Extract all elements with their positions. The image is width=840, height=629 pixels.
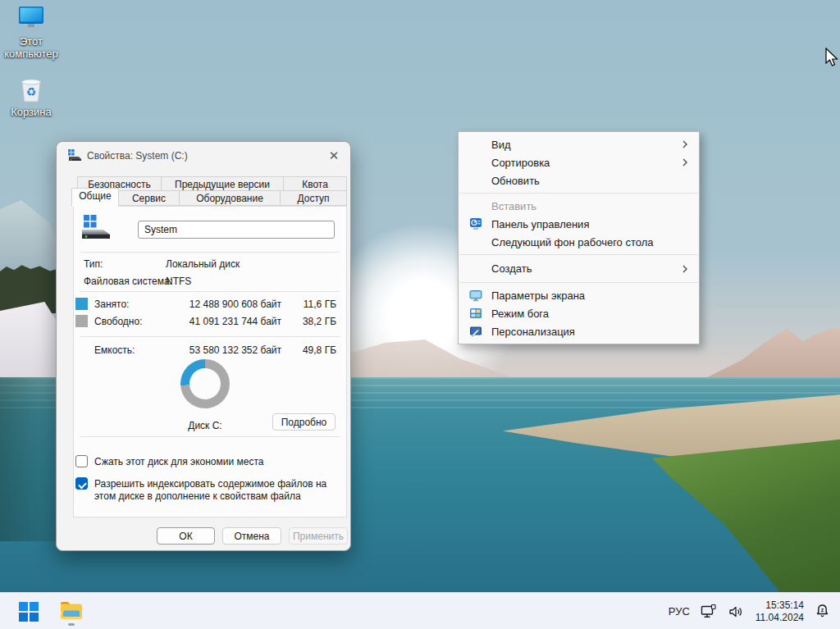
general-tab-page: Тип: Локальный диск Файловая система: NT… — [73, 206, 347, 517]
menu-item-label: Панель управления — [491, 218, 589, 230]
type-label: Тип: — [84, 258, 103, 270]
tab-tools[interactable]: Сервис — [118, 190, 180, 206]
menu-item-next-wallpaper[interactable]: Следующий фон рабочего стола — [459, 233, 699, 251]
god-mode-icon — [469, 307, 482, 320]
clock-time: 15:35:14 — [756, 599, 804, 612]
menu-item-god-mode[interactable]: Режим бога — [459, 304, 699, 322]
volume-icon[interactable] — [728, 604, 745, 619]
menu-item-label: Сортировка — [491, 157, 550, 169]
menu-item-paste[interactable]: Вставить — [459, 197, 699, 215]
details-button[interactable]: Подробно — [272, 413, 336, 431]
menu-item-sort[interactable]: Сортировка — [459, 153, 699, 171]
capacity-label: Емкость: — [94, 344, 135, 356]
capacity-size: 49,8 ГБ — [285, 344, 336, 356]
used-legend-swatch — [75, 298, 88, 310]
close-icon[interactable]: ✕ — [325, 148, 343, 164]
desktop-icon-label: Корзина — [11, 106, 52, 118]
taskbar-clock[interactable]: 15:35:14 11.04.2024 — [756, 599, 804, 624]
start-button[interactable] — [13, 596, 44, 627]
compress-checkbox[interactable] — [75, 455, 88, 467]
used-label: Занято: — [94, 299, 129, 310]
divider — [80, 436, 340, 437]
personalization-icon — [469, 325, 482, 338]
file-explorer-button[interactable] — [56, 596, 87, 627]
menu-item-label: Режим бога — [491, 308, 549, 320]
free-bytes: 41 091 231 744 байт — [156, 316, 281, 327]
mouse-cursor — [824, 48, 840, 69]
apply-button[interactable]: Применить — [289, 527, 348, 545]
recycle-bin-icon: ♻ — [18, 75, 44, 103]
menu-item-new[interactable]: Создать — [459, 258, 699, 279]
disk-usage-donut — [180, 359, 230, 408]
display-settings-icon — [469, 289, 482, 302]
free-size: 38,2 ГБ — [285, 316, 336, 327]
menu-item-display-settings[interactable]: Параметры экрана — [459, 286, 699, 304]
menu-item-label: Параметры экрана — [491, 289, 585, 302]
menu-item-label: Вставить — [491, 200, 536, 212]
this-pc-icon — [16, 5, 47, 33]
windows-logo-icon — [18, 601, 39, 622]
divider — [80, 252, 340, 253]
submenu-chevron-icon — [681, 140, 689, 148]
indexing-checkbox-label: Разрешить индексировать содержимое файло… — [94, 478, 342, 503]
clock-date: 11.04.2024 — [756, 612, 804, 624]
menu-item-refresh[interactable]: Обновить — [459, 171, 699, 189]
divider — [80, 336, 340, 337]
submenu-chevron-icon — [681, 265, 689, 273]
drive-icon — [68, 149, 82, 162]
filesystem-label: Файловая система: — [84, 276, 172, 287]
menu-separator — [459, 282, 698, 283]
properties-dialog: Свойства: System (C:) ✕ Безопасность Пре… — [56, 141, 351, 551]
used-bytes: 12 488 900 608 байт — [156, 299, 281, 310]
drive-icon-large — [79, 215, 113, 241]
taskbar: РУС 15:35:14 11.04.2024 z — [0, 592, 840, 629]
indexing-checkbox[interactable] — [75, 477, 88, 490]
capacity-bytes: 53 580 132 352 байт — [156, 344, 281, 356]
dialog-title: Свойства: System (C:) — [87, 150, 188, 162]
filesystem-value: NTFS — [166, 276, 191, 287]
desktop-icon-label: Этот компьютер — [2, 35, 61, 60]
desktop-icon-this-pc[interactable]: Этот компьютер — [2, 5, 61, 60]
type-value: Локальный диск — [166, 258, 240, 270]
tab-hardware[interactable]: Оборудование — [179, 190, 281, 206]
desktop-context-menu: Вид Сортировка Обновить Вставить Панель … — [458, 131, 700, 344]
disk-caption: Диск C: — [164, 420, 246, 431]
divider — [80, 291, 340, 292]
menu-item-view[interactable]: Вид — [459, 135, 699, 153]
file-explorer-icon — [59, 601, 84, 622]
menu-item-label: Обновить — [491, 175, 540, 187]
cancel-button[interactable]: Отмена — [222, 527, 281, 545]
menu-item-label: Вид — [491, 139, 511, 151]
tab-sharing[interactable]: Доступ — [280, 190, 347, 206]
tab-general[interactable]: Общие — [71, 188, 119, 207]
free-legend-swatch — [75, 315, 88, 327]
svg-text:♻: ♻ — [26, 85, 37, 98]
menu-separator — [459, 254, 698, 255]
compress-checkbox-label: Сжать этот диск для экономии места — [94, 456, 342, 468]
menu-item-personalization[interactable]: Персонализация — [459, 322, 699, 340]
menu-item-label: Персонализация — [491, 326, 575, 338]
ok-button[interactable]: ОК — [157, 527, 215, 545]
language-indicator[interactable]: РУС — [669, 605, 690, 618]
running-indicator — [68, 623, 75, 626]
used-size: 11,6 ГБ — [285, 299, 336, 310]
menu-item-label: Создать — [491, 262, 532, 275]
menu-item-label: Следующий фон рабочего стола — [491, 236, 654, 248]
free-label: Свободно: — [94, 316, 143, 327]
menu-separator — [459, 193, 698, 194]
svg-text:z: z — [821, 607, 824, 613]
menu-item-control-panel[interactable]: Панель управления — [459, 215, 699, 233]
dialog-titlebar[interactable]: Свойства: System (C:) ✕ — [57, 142, 350, 170]
volume-label-input[interactable] — [138, 221, 335, 239]
notification-bell-icon[interactable]: z — [815, 604, 830, 619]
desktop-icon-recycle-bin[interactable]: ♻ Корзина — [2, 75, 61, 118]
control-panel-icon — [469, 217, 482, 230]
network-icon[interactable] — [701, 604, 718, 619]
submenu-chevron-icon — [681, 158, 689, 166]
